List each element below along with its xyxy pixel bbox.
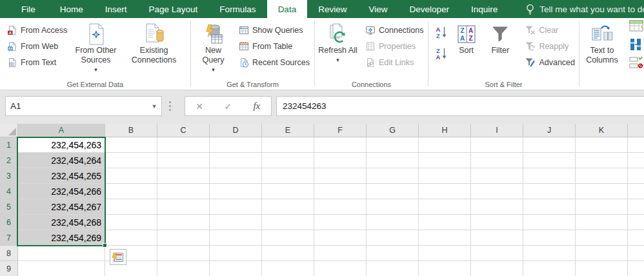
cell-A3[interactable]: 232,454,265 — [18, 168, 105, 184]
cell-H9[interactable] — [419, 261, 471, 276]
cell-I3[interactable] — [471, 168, 523, 184]
row-header-3[interactable]: 3 — [0, 168, 18, 184]
column-header-G[interactable]: G — [367, 124, 419, 137]
from-table-button[interactable]: From Table — [236, 38, 312, 54]
cell-E2[interactable] — [262, 153, 314, 168]
cell-F8[interactable] — [314, 246, 367, 261]
cell-C2[interactable] — [157, 153, 210, 168]
row-header-4[interactable]: 4 — [0, 184, 18, 199]
advanced-filter-button[interactable]: Advanced — [522, 54, 578, 70]
cancel-icon[interactable]: ✕ — [190, 101, 209, 112]
auto-fill-options-button[interactable] — [110, 249, 126, 265]
cell-B3[interactable] — [105, 168, 157, 184]
cell-I7[interactable] — [471, 230, 523, 246]
cell-C4[interactable] — [157, 184, 210, 199]
cell-G7[interactable] — [367, 230, 419, 246]
from-web-button[interactable]: From Web — [4, 38, 68, 54]
cell-C1[interactable] — [157, 137, 210, 153]
cell-A7[interactable]: 232,454,269 — [18, 230, 105, 246]
column-header-partial[interactable] — [628, 124, 644, 137]
cell-B2[interactable] — [105, 153, 157, 168]
cell-B5[interactable] — [105, 199, 157, 215]
from-access-button[interactable]: A From Access — [4, 22, 68, 38]
cell-B1[interactable] — [105, 137, 157, 153]
name-box[interactable]: A1 ▼ — [5, 96, 162, 116]
cell-D1[interactable] — [210, 137, 262, 153]
cell-H8[interactable] — [419, 246, 471, 261]
row-header-6[interactable]: 6 — [0, 215, 18, 230]
tell-me-box[interactable]: Tell me what you want to do — [525, 0, 644, 18]
cell-K2[interactable] — [576, 153, 628, 168]
column-header-J[interactable]: J — [523, 124, 576, 137]
cell-I9[interactable] — [471, 261, 523, 276]
edit-links-button[interactable]: Edit Links — [362, 54, 427, 70]
cell-J6[interactable] — [523, 215, 576, 230]
show-queries-button[interactable]: Show Queries — [236, 22, 312, 38]
cell-partial-5[interactable] — [628, 199, 644, 215]
cell-E5[interactable] — [262, 199, 314, 215]
cell-K6[interactable] — [576, 215, 628, 230]
column-header-I[interactable]: I — [471, 124, 523, 137]
cell-E6[interactable] — [262, 215, 314, 230]
cell-I4[interactable] — [471, 184, 523, 199]
cell-J3[interactable] — [523, 168, 576, 184]
cell-D4[interactable] — [210, 184, 262, 199]
cell-I6[interactable] — [471, 215, 523, 230]
cell-F6[interactable] — [314, 215, 367, 230]
insert-function-icon[interactable]: fx — [247, 101, 267, 112]
fill-handle[interactable] — [103, 243, 107, 248]
column-header-K[interactable]: K — [576, 124, 628, 137]
cell-D2[interactable] — [210, 153, 262, 168]
cell-G6[interactable] — [367, 215, 419, 230]
cell-F9[interactable] — [314, 261, 367, 276]
cell-K5[interactable] — [576, 199, 628, 215]
flash-fill-icon[interactable] — [629, 20, 643, 33]
data-validation-icon[interactable] — [629, 56, 643, 69]
cell-H3[interactable] — [419, 168, 471, 184]
cell-G3[interactable] — [367, 168, 419, 184]
row-header-9[interactable]: 9 — [0, 261, 18, 276]
cell-C5[interactable] — [157, 199, 210, 215]
cell-A8[interactable] — [18, 246, 105, 261]
cell-F1[interactable] — [314, 137, 367, 153]
cell-K3[interactable] — [576, 168, 628, 184]
cell-B4[interactable] — [105, 184, 157, 199]
cell-A1[interactable]: 232,454,263 — [18, 137, 105, 153]
cell-A5[interactable]: 232,454,267 — [18, 199, 105, 215]
cell-K1[interactable] — [576, 137, 628, 153]
cell-J8[interactable] — [523, 246, 576, 261]
cell-partial-2[interactable] — [628, 153, 644, 168]
formula-input[interactable]: 232454263 — [276, 96, 644, 116]
column-header-C[interactable]: C — [157, 124, 210, 137]
cell-K4[interactable] — [576, 184, 628, 199]
column-header-B[interactable]: B — [105, 124, 157, 137]
cell-partial-3[interactable] — [628, 168, 644, 184]
cell-partial-8[interactable] — [628, 246, 644, 261]
cell-A9[interactable] — [18, 261, 105, 276]
column-header-E[interactable]: E — [262, 124, 314, 137]
row-header-5[interactable]: 5 — [0, 199, 18, 215]
recent-sources-button[interactable]: Recent Sources — [236, 54, 312, 70]
new-query-button[interactable]: New Query▾ — [195, 20, 232, 75]
column-header-H[interactable]: H — [419, 124, 471, 137]
row-header-8[interactable]: 8 — [0, 246, 18, 261]
cell-F7[interactable] — [314, 230, 367, 246]
cell-partial-1[interactable] — [628, 137, 644, 153]
cell-partial-6[interactable] — [628, 215, 644, 230]
cell-I1[interactable] — [471, 137, 523, 153]
row-header-2[interactable]: 2 — [0, 153, 18, 168]
cell-G2[interactable] — [367, 153, 419, 168]
cell-C8[interactable] — [157, 246, 210, 261]
cell-B7[interactable] — [105, 230, 157, 246]
cell-E4[interactable] — [262, 184, 314, 199]
cell-partial-7[interactable] — [628, 230, 644, 246]
cell-E7[interactable] — [262, 230, 314, 246]
tab-home[interactable]: Home — [49, 0, 94, 18]
cell-G9[interactable] — [367, 261, 419, 276]
clear-filter-button[interactable]: Clear — [522, 22, 578, 38]
cell-C3[interactable] — [157, 168, 210, 184]
cell-A2[interactable]: 232,454,264 — [18, 153, 105, 168]
tab-data[interactable]: Data — [267, 0, 308, 18]
cell-J7[interactable] — [523, 230, 576, 246]
remove-duplicates-icon[interactable] — [629, 38, 643, 51]
